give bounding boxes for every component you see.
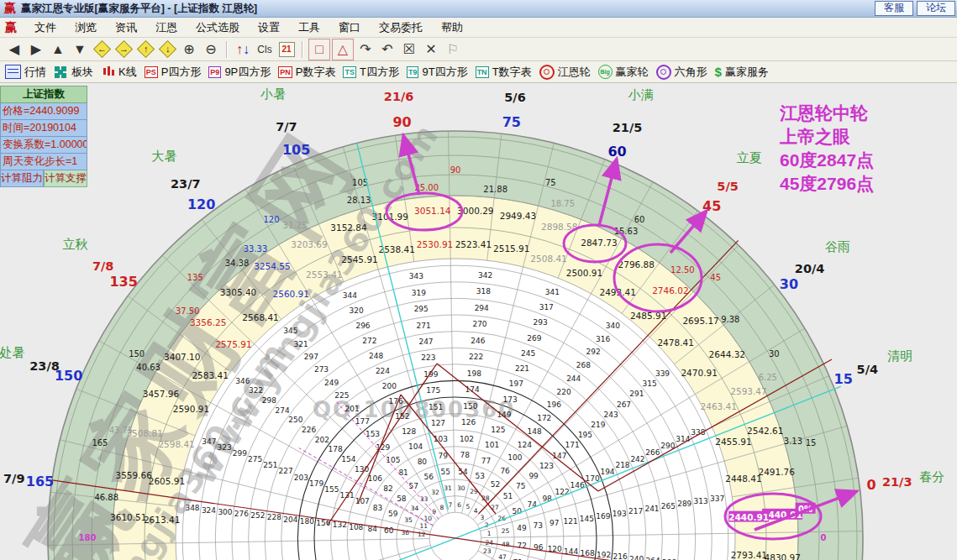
wheel-number: 100 xyxy=(507,453,522,462)
nav-next-icon[interactable]: ▶ xyxy=(26,39,46,60)
wheel-number: 194 xyxy=(600,468,614,476)
price-level: 2523.41 xyxy=(455,239,492,249)
view-label: 赢家轮 xyxy=(616,65,649,80)
kefu-button[interactable]: 客服 xyxy=(875,1,913,16)
wheel-number: 245 xyxy=(521,349,535,358)
price-level: 2508.41 xyxy=(530,254,566,264)
wheel-number: 152 xyxy=(395,412,409,421)
wheel-number: 319 xyxy=(412,289,426,297)
view-六角形[interactable]: 六角形 xyxy=(656,65,707,80)
wheel-number: 246 xyxy=(471,337,485,345)
wheel-number: 228 xyxy=(267,513,281,521)
degree-ring-label: 120 xyxy=(263,215,279,224)
flag-icon[interactable]: ⚐ xyxy=(443,39,463,60)
view-9T四方形[interactable]: T99T四方形 xyxy=(407,65,468,80)
view-行情[interactable]: 行情 xyxy=(5,65,46,80)
wheel-number: 173 xyxy=(503,395,518,404)
degree-ring-label: 135 xyxy=(187,273,203,282)
view-板块[interactable]: 板块 xyxy=(54,65,93,80)
pan-right-icon[interactable]: → xyxy=(113,39,134,60)
price-level: 3356.25 xyxy=(190,317,226,327)
wheel-number: 4 xyxy=(474,507,478,515)
view-label: 赢家服务 xyxy=(725,65,769,80)
pct-level: 28.13 xyxy=(347,196,371,205)
wheel-number: 198 xyxy=(467,369,481,378)
wheel-number: 320 xyxy=(350,306,364,315)
wheel-number: 9 xyxy=(432,508,436,516)
menu-item-5[interactable]: 设置 xyxy=(249,20,289,35)
rotate-cw-icon[interactable]: ↷ xyxy=(355,39,376,60)
view-P四方形[interactable]: PSP四方形 xyxy=(145,65,202,80)
solar-term-label: 小满 xyxy=(628,87,654,102)
app-logo-icon: 赢 xyxy=(4,1,16,16)
price-level: 2605.91 xyxy=(149,476,185,486)
calc-support-button[interactable]: 计算支撑 xyxy=(44,170,87,187)
square-tool-icon[interactable]: □ xyxy=(308,39,330,60)
view-label: P四方形 xyxy=(161,65,202,80)
cls-button[interactable]: Cls xyxy=(255,39,275,60)
pct-level: 18.75 xyxy=(550,199,575,208)
updown-icon[interactable]: ↑↓ xyxy=(233,39,253,60)
view-9P四方形[interactable]: P99P四方形 xyxy=(208,65,271,80)
flip-up-icon[interactable]: ▲ xyxy=(48,39,68,60)
view-P数字表[interactable]: PNP数字表 xyxy=(278,65,335,80)
wheel-number: 200 xyxy=(382,382,397,390)
wheel-number: 324 xyxy=(202,506,216,515)
view-K线[interactable]: K线 xyxy=(101,65,137,80)
pan-left-icon[interactable]: ← xyxy=(92,39,112,60)
wheel-number: 216 xyxy=(613,552,628,560)
pct-special: 33.33 xyxy=(244,244,268,254)
pan-down-icon[interactable]: ↓ xyxy=(157,39,177,60)
menu-item-0[interactable]: 文件 xyxy=(25,20,66,35)
view-赢家服务[interactable]: $赢家服务 xyxy=(715,65,769,80)
wheel-number: 266 xyxy=(645,448,660,457)
view-江恩轮[interactable]: 江恩轮 xyxy=(539,65,591,80)
menu-item-1[interactable]: 浏览 xyxy=(66,20,106,35)
wheel-number: 179 xyxy=(309,479,323,488)
price-field: 价格=2440.9099 xyxy=(0,103,87,120)
menu-item-6[interactable]: 工具 xyxy=(289,20,329,35)
triangle-tool-icon[interactable]: △ xyxy=(332,39,354,60)
forum-button[interactable]: 论坛 xyxy=(917,1,955,16)
price-level: 2593.47 xyxy=(730,386,766,396)
rotate-ccw-icon[interactable]: ↶ xyxy=(377,39,397,60)
view-T数字表[interactable]: TNT数字表 xyxy=(476,65,532,80)
pan-up-icon[interactable]: ↑ xyxy=(135,39,155,60)
price-level: 2796.88 xyxy=(618,259,655,270)
menu-item-9[interactable]: 帮助 xyxy=(432,20,472,35)
wheel-number: 341 xyxy=(545,288,560,296)
wheel-number: 195 xyxy=(578,431,592,439)
menu-item-2[interactable]: 资讯 xyxy=(106,20,146,35)
box-x-icon[interactable]: ☒ xyxy=(399,39,419,60)
zoom-in-icon[interactable]: ⊕ xyxy=(179,39,199,60)
view-赢家轮[interactable]: Big赢家轮 xyxy=(598,65,649,80)
wheel-number: 7 xyxy=(449,501,453,509)
zoom-out-icon[interactable]: ⊖ xyxy=(201,39,221,60)
rim-degree-label: 75 xyxy=(502,114,521,130)
calc-resistance-button[interactable]: 计算阻力 xyxy=(0,170,44,187)
行情-icon xyxy=(5,65,21,79)
rim-date-label: 5/5 xyxy=(717,180,738,193)
rim-date-label: 21/3 xyxy=(882,475,912,489)
view-T四方形[interactable]: TST四方形 xyxy=(343,65,398,80)
flip-down-icon[interactable]: ▼ xyxy=(70,39,90,60)
calendar-icon[interactable]: 21 xyxy=(276,39,297,60)
menu-item-3[interactable]: 江恩 xyxy=(146,20,187,35)
menu-item-7[interactable]: 窗口 xyxy=(329,20,370,35)
price-level: 2575.91 xyxy=(215,339,251,349)
view-label: 板块 xyxy=(71,65,93,80)
nav-prev-icon[interactable]: ◀ xyxy=(4,39,24,60)
wheel-number: 219 xyxy=(591,421,605,429)
wheel-number: 270 xyxy=(472,320,486,328)
wheel-number: 59 xyxy=(388,510,398,518)
menu-item-8[interactable]: 交易委托 xyxy=(370,20,432,35)
wheel-number: 271 xyxy=(417,322,431,330)
wheel-number: 192 xyxy=(597,551,611,559)
shrink-icon[interactable]: ✕ xyxy=(421,39,441,60)
menu-item-4[interactable]: 公式选股 xyxy=(187,20,249,35)
wheel-number: 49 xyxy=(517,524,527,532)
degree-ring-label: 150 xyxy=(129,349,145,359)
wheel-number: 247 xyxy=(418,338,433,346)
wheel-number: 217 xyxy=(628,507,643,516)
price-level: 2590.91 xyxy=(173,404,209,414)
